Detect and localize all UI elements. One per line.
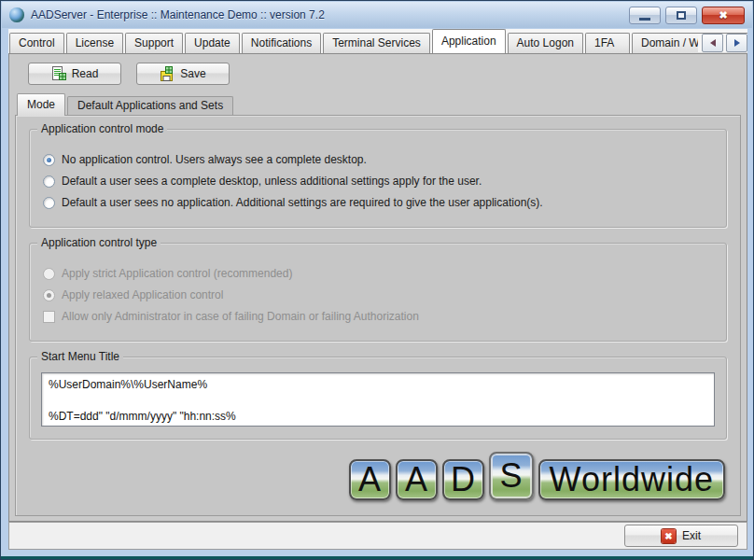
radio-strict-control-disabled: Apply strict Application control (recomm… bbox=[43, 267, 713, 280]
window-title: AADServer - Enterprise :: Maintenance De… bbox=[31, 8, 325, 21]
maximize-icon bbox=[677, 11, 686, 20]
tab-control-settings[interactable]: Control bbox=[9, 33, 64, 53]
tab-notifications[interactable]: Notifications bbox=[242, 33, 321, 53]
tab-1fa[interactable]: 1FA bbox=[585, 33, 630, 53]
radio-button-icon bbox=[43, 289, 55, 301]
minimize-icon bbox=[639, 18, 650, 21]
tab-control: Control License Support Update Notificat… bbox=[8, 29, 747, 522]
group-title: Application control type bbox=[37, 236, 161, 249]
tab-application[interactable]: Application bbox=[432, 29, 506, 53]
save-button-label: Save bbox=[180, 67, 205, 80]
start-menu-title-group: Start Menu Title %UserDomain%\%UserName%… bbox=[29, 357, 727, 440]
application-tab-page: Read Save Mode Default Applications and … bbox=[8, 53, 747, 522]
radio-default-complete-desktop[interactable]: Default a user sees a complete desktop, … bbox=[43, 175, 713, 188]
globe-app-icon bbox=[9, 7, 24, 22]
exit-button[interactable]: ✖ Exit bbox=[624, 525, 738, 547]
tab-support[interactable]: Support bbox=[125, 33, 183, 53]
tab-terminal-services[interactable]: Terminal Services bbox=[323, 33, 430, 53]
right-arrow-icon bbox=[734, 39, 740, 47]
save-button[interactable]: Save bbox=[136, 63, 230, 85]
application-control-type-group: Application control type Apply strict Ap… bbox=[29, 243, 727, 342]
mode-sub-page: Application control mode No application … bbox=[15, 115, 741, 516]
close-icon: ✖ bbox=[719, 9, 727, 21]
main-tab-strip: Control License Support Update Notificat… bbox=[8, 29, 747, 53]
tab-license[interactable]: License bbox=[66, 33, 123, 53]
logo-tile-a2: A bbox=[396, 459, 438, 500]
option-label: Allow only Administrator in case of fail… bbox=[62, 310, 419, 323]
option-label: Default a user sees no application. Addi… bbox=[62, 196, 543, 209]
exit-x-icon: ✖ bbox=[662, 529, 676, 543]
group-title: Application control mode bbox=[37, 122, 167, 135]
save-floppy-icon bbox=[160, 66, 175, 81]
logo-tile-s: S bbox=[489, 452, 534, 500]
read-document-icon bbox=[51, 66, 66, 81]
minimize-button[interactable] bbox=[629, 7, 661, 24]
logo-tile-d: D bbox=[442, 459, 484, 500]
logo-worldwide: Worldwide bbox=[538, 459, 725, 500]
checkbox-icon bbox=[43, 311, 55, 323]
tab-update[interactable]: Update bbox=[185, 33, 240, 53]
tab-scroll-right-button[interactable] bbox=[726, 34, 747, 52]
radio-default-no-application[interactable]: Default a user sees no application. Addi… bbox=[43, 196, 713, 209]
read-save-toolbar: Read Save bbox=[15, 61, 741, 92]
sub-tab-strip: Mode Default Applications and Sets bbox=[15, 92, 741, 115]
option-label: No application control. Users always see… bbox=[62, 153, 367, 166]
app-window: AADServer - Enterprise :: Maintenance De… bbox=[0, 0, 754, 560]
logo-tile-a1: A bbox=[349, 459, 391, 500]
checkbox-allow-only-administrator-disabled: Allow only Administrator in case of fail… bbox=[43, 310, 713, 323]
subtab-default-applications[interactable]: Default Applications and Sets bbox=[67, 96, 233, 115]
window-bottom-edge bbox=[1, 556, 753, 559]
tab-auto-logon[interactable]: Auto Logon bbox=[508, 33, 583, 53]
group-title: Start Menu Title bbox=[37, 350, 123, 363]
aads-worldwide-logo: A A D S Worldwide bbox=[349, 452, 725, 500]
radio-button-icon bbox=[43, 154, 55, 166]
read-button[interactable]: Read bbox=[28, 63, 121, 85]
radio-button-icon bbox=[43, 268, 55, 280]
read-button-label: Read bbox=[72, 67, 99, 80]
left-arrow-icon bbox=[710, 39, 716, 47]
maximize-button[interactable] bbox=[665, 7, 697, 24]
titlebar: AADServer - Enterprise :: Maintenance De… bbox=[2, 2, 752, 28]
radio-relaxed-control-disabled: Apply relaxed Application control bbox=[43, 288, 713, 301]
footer-panel: ✖ Exit bbox=[8, 522, 747, 550]
close-button[interactable]: ✖ bbox=[702, 7, 745, 24]
option-label: Apply relaxed Application control bbox=[62, 288, 223, 301]
option-label: Default a user sees a complete desktop, … bbox=[62, 175, 482, 188]
radio-no-application-control[interactable]: No application control. Users always see… bbox=[43, 153, 713, 166]
subtab-mode[interactable]: Mode bbox=[17, 93, 65, 116]
radio-button-icon bbox=[43, 175, 55, 188]
application-control-mode-group: Application control mode No application … bbox=[29, 129, 727, 228]
start-menu-title-input[interactable]: %UserDomain%\%UserName% %DT=ddd" "d/mmm/… bbox=[41, 372, 715, 427]
option-label: Apply strict Application control (recomm… bbox=[62, 267, 292, 280]
radio-button-icon bbox=[43, 197, 55, 209]
exit-button-label: Exit bbox=[682, 529, 701, 542]
tab-scroll-left-button[interactable] bbox=[702, 34, 723, 52]
